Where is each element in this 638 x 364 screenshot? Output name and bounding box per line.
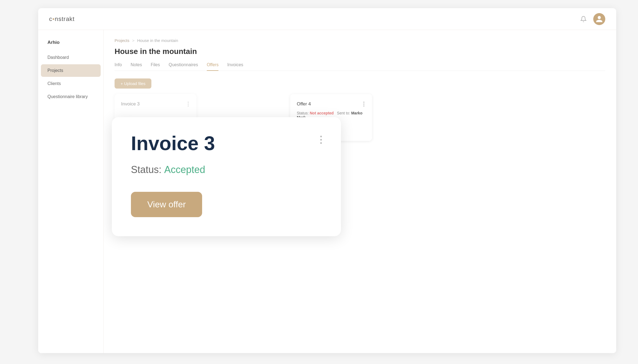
sidebar-item-clients[interactable]: Clients (41, 77, 101, 90)
offer-card-title: Offer 4 (297, 101, 311, 107)
main-content: Projects > House in the mountain House i… (104, 30, 616, 353)
sidebar: Arhio Dashboard Projects Clients Questio… (38, 30, 104, 353)
invoice-status-label: Status: (131, 164, 161, 175)
breadcrumb-separator: > (132, 38, 134, 43)
invoice-status-line: Status: Accepted (131, 164, 322, 175)
invoice-card-menu[interactable] (320, 136, 322, 144)
offer-status-label: Status: (297, 111, 309, 115)
tab-files[interactable]: Files (151, 62, 160, 71)
app-container: c•nstrakt Arhio Dashboard Projects Clien… (38, 8, 616, 353)
card-menu-dots[interactable] (187, 101, 190, 108)
invoice-title: Invoice 3 (131, 134, 215, 153)
notifications-icon[interactable] (579, 15, 588, 23)
upload-button[interactable]: + Upload files (115, 78, 151, 89)
invoice-card-big: Invoice 3 Status: Accepted View offer (112, 117, 341, 236)
logo: c•nstrakt (49, 16, 75, 23)
tabs: Info Notes Files Questionnaires Offers I… (115, 62, 605, 71)
offer-status-value: Not accepted (310, 111, 334, 115)
invoice-view-offer-button[interactable]: View offer (131, 192, 202, 217)
tab-notes[interactable]: Notes (131, 62, 142, 71)
offer-card-menu[interactable] (362, 101, 366, 108)
breadcrumb-current: House in the mountain (137, 38, 178, 43)
sidebar-item-questionnaire-library[interactable]: Questionnaire library (41, 90, 101, 103)
offer-card-header: Offer 4 (297, 101, 366, 108)
breadcrumb: Projects > House in the mountain (115, 38, 605, 43)
sidebar-item-projects[interactable]: Projects (41, 64, 101, 77)
body-layout: Arhio Dashboard Projects Clients Questio… (38, 30, 616, 353)
breadcrumb-projects-link[interactable]: Projects (115, 38, 129, 43)
sidebar-section-label: Arhio (41, 36, 101, 49)
tab-info[interactable]: Info (115, 62, 122, 71)
tab-offers[interactable]: Offers (207, 62, 218, 71)
avatar[interactable] (593, 13, 605, 25)
page-title: House in the mountain (115, 47, 605, 56)
tab-invoices[interactable]: Invoices (227, 62, 243, 71)
invoice-status-value: Accepted (164, 164, 205, 175)
tab-questionnaires[interactable]: Questionnaires (169, 62, 198, 71)
sidebar-item-dashboard[interactable]: Dashboard (41, 51, 101, 64)
header-right (579, 13, 605, 25)
header: c•nstrakt (38, 8, 616, 30)
invoice-card-top: Invoice 3 (131, 134, 322, 153)
